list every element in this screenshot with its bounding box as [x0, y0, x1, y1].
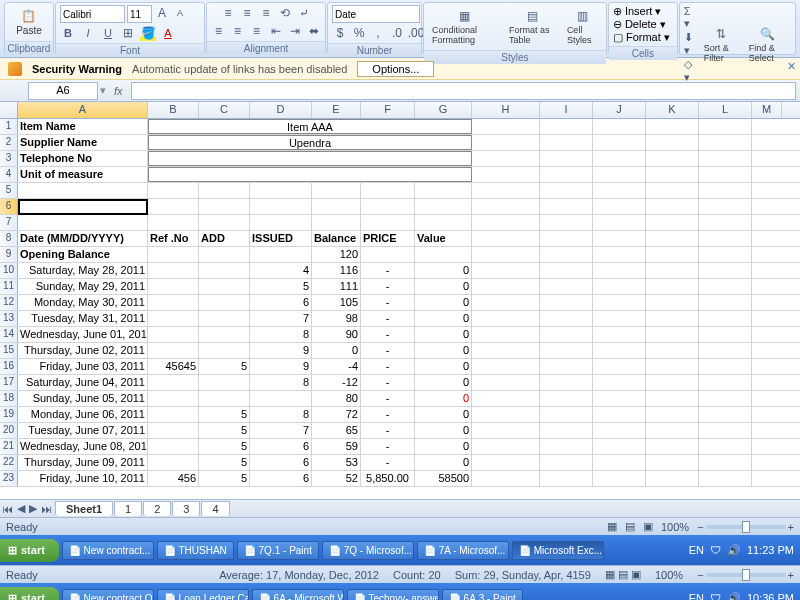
view-break-icon[interactable]: ▣ — [643, 520, 653, 533]
col-header[interactable]: I — [540, 102, 593, 118]
cell[interactable] — [199, 295, 250, 310]
cell[interactable] — [540, 407, 593, 422]
cell[interactable]: 116 — [312, 263, 361, 278]
cell[interactable] — [540, 231, 593, 246]
cell[interactable] — [361, 199, 415, 214]
font-name-select[interactable] — [60, 5, 125, 23]
cell[interactable]: Item Name — [18, 119, 148, 134]
cell[interactable]: 6 — [250, 455, 312, 470]
cell[interactable]: 5 — [199, 455, 250, 470]
cell[interactable] — [699, 279, 752, 294]
col-header[interactable]: L — [699, 102, 752, 118]
cell[interactable] — [472, 263, 540, 278]
comma-icon[interactable]: , — [370, 25, 386, 41]
cell[interactable]: Sunday, June 05, 2011 — [18, 391, 148, 406]
cell[interactable] — [148, 199, 199, 214]
col-header[interactable]: G — [415, 102, 472, 118]
row-header[interactable]: 1 — [0, 119, 18, 134]
tray-icon[interactable]: 🔊 — [727, 544, 741, 557]
cell[interactable] — [593, 263, 646, 278]
cell[interactable] — [472, 119, 540, 134]
taskbar-item[interactable]: 📄 6A - Microsoft Word — [252, 589, 344, 601]
cell[interactable] — [148, 295, 199, 310]
cell[interactable] — [472, 391, 540, 406]
merged-cell[interactable] — [148, 167, 472, 182]
taskbar-item[interactable]: 📄 New contract... — [62, 541, 154, 560]
cell[interactable] — [646, 311, 699, 326]
cell[interactable] — [472, 231, 540, 246]
cell[interactable]: 65 — [312, 423, 361, 438]
cell[interactable]: Sunday, May 29, 2011 — [18, 279, 148, 294]
cell[interactable]: Unit of measure — [18, 167, 148, 182]
cell[interactable] — [593, 279, 646, 294]
cell[interactable] — [646, 183, 699, 198]
select-all-corner[interactable] — [0, 102, 18, 118]
cell[interactable]: 58500 — [415, 471, 472, 486]
wrap-icon[interactable]: ⤶ — [296, 5, 312, 21]
clear-icon[interactable]: ◇ ▾ — [684, 58, 697, 84]
cell[interactable] — [699, 311, 752, 326]
tray-icon[interactable]: 🛡 — [710, 544, 721, 556]
cell[interactable] — [540, 391, 593, 406]
align-right-icon[interactable]: ≡ — [249, 23, 265, 39]
taskbar-item[interactable]: 📄 6A.3 - Paint — [442, 589, 523, 601]
cell[interactable] — [699, 327, 752, 342]
sort-filter-button[interactable]: ⇅Sort & Filter — [700, 23, 742, 66]
cell[interactable] — [646, 439, 699, 454]
delete-button[interactable]: ⊖ Delete ▾ — [613, 18, 666, 31]
cell[interactable] — [472, 359, 540, 374]
sheet-tab[interactable]: 2 — [143, 501, 171, 516]
row-header[interactable]: 23 — [0, 471, 18, 486]
cell[interactable]: 105 — [312, 295, 361, 310]
cell[interactable] — [148, 343, 199, 358]
cell[interactable] — [472, 151, 540, 166]
cell[interactable]: 59 — [312, 439, 361, 454]
cell[interactable] — [472, 327, 540, 342]
taskbar-item[interactable]: 📄 7A - Microsof... — [417, 541, 509, 560]
align-center-icon[interactable]: ≡ — [230, 23, 246, 39]
grid-rows[interactable]: 1Item NameItem AAA2Supplier NameUpendra3… — [0, 119, 800, 499]
currency-icon[interactable]: $ — [332, 25, 348, 41]
cell[interactable] — [199, 183, 250, 198]
cell[interactable] — [472, 423, 540, 438]
cell[interactable]: Saturday, May 28, 2011 — [18, 263, 148, 278]
sheet-tab[interactable]: Sheet1 — [55, 501, 113, 516]
col-header[interactable]: D — [250, 102, 312, 118]
cell[interactable]: 7 — [250, 311, 312, 326]
col-header[interactable]: H — [472, 102, 540, 118]
cell-styles-button[interactable]: ▥Cell Styles — [563, 5, 602, 48]
cell[interactable] — [699, 183, 752, 198]
cell[interactable] — [593, 151, 646, 166]
row-header[interactable]: 16 — [0, 359, 18, 374]
cell[interactable] — [199, 327, 250, 342]
row-header[interactable]: 10 — [0, 263, 18, 278]
cell[interactable]: 0 — [415, 311, 472, 326]
taskbar-item[interactable]: 📄 7Q.1 - Paint — [237, 541, 319, 560]
row-header[interactable]: 2 — [0, 135, 18, 150]
cell[interactable] — [646, 359, 699, 374]
underline-icon[interactable]: U — [100, 25, 116, 41]
merge-icon[interactable]: ⬌ — [306, 23, 322, 39]
cell[interactable] — [593, 407, 646, 422]
cell[interactable]: Telephone No — [18, 151, 148, 166]
cell[interactable] — [699, 423, 752, 438]
cell[interactable] — [199, 311, 250, 326]
cell[interactable] — [312, 199, 361, 214]
cell[interactable]: 0 — [415, 375, 472, 390]
cell[interactable] — [646, 247, 699, 262]
row-header[interactable]: 3 — [0, 151, 18, 166]
cell[interactable] — [593, 455, 646, 470]
cell[interactable]: 53 — [312, 455, 361, 470]
format-button[interactable]: ▢ Format ▾ — [613, 31, 670, 44]
cell[interactable]: 5,850.00 — [361, 471, 415, 486]
cond-format-button[interactable]: ▦Conditional Formatting — [428, 5, 502, 48]
taskbar-item[interactable]: 📄 THUSHAN — [157, 541, 234, 560]
cell[interactable] — [472, 295, 540, 310]
cell[interactable]: 0 — [415, 327, 472, 342]
taskbar-item[interactable]: 📄 Technyv- answers — [347, 589, 439, 601]
cell[interactable] — [199, 247, 250, 262]
zoom-slider[interactable]: −+ — [697, 521, 794, 533]
cell[interactable] — [540, 199, 593, 214]
cell[interactable]: ADD — [199, 231, 250, 246]
cell[interactable]: 5 — [199, 359, 250, 374]
